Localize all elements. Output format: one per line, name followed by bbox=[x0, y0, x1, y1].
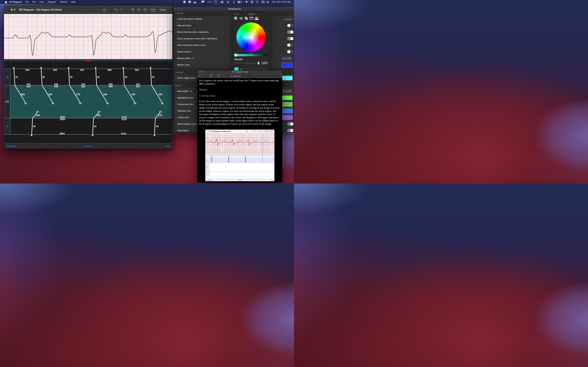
svg-text:365: 365 bbox=[158, 93, 162, 96]
svg-text:378: 378 bbox=[76, 93, 80, 96]
svg-text:AV: AV bbox=[5, 100, 9, 103]
svg-text:2084: 2084 bbox=[60, 118, 65, 121]
svg-text:358: 358 bbox=[48, 93, 52, 96]
svg-text:2116: 2116 bbox=[121, 132, 126, 135]
svg-text:969: 969 bbox=[109, 85, 112, 88]
svg-text:923: 923 bbox=[80, 69, 84, 71]
svg-text:V: V bbox=[6, 125, 8, 128]
svg-text:2116: 2116 bbox=[121, 118, 127, 121]
svg-text:26: 26 bbox=[94, 125, 96, 128]
svg-text:368: 368 bbox=[21, 93, 25, 96]
svg-text:969: 969 bbox=[107, 69, 111, 71]
svg-text:366: 366 bbox=[103, 93, 107, 96]
svg-text:948: 948 bbox=[53, 69, 57, 71]
svg-text:921: 921 bbox=[136, 85, 140, 88]
svg-text:A: A bbox=[6, 75, 8, 79]
svg-text:923: 923 bbox=[81, 85, 85, 88]
svg-text:26: 26 bbox=[33, 125, 36, 128]
svg-text:26: 26 bbox=[156, 125, 158, 128]
svg-text:934: 934 bbox=[26, 69, 29, 71]
svg-text:33: 33 bbox=[152, 76, 154, 78]
svg-text:175: 175 bbox=[158, 114, 162, 117]
svg-text:33: 33 bbox=[70, 76, 72, 78]
svg-text:33: 33 bbox=[42, 76, 45, 78]
svg-text:184: 184 bbox=[36, 114, 40, 117]
svg-text:33: 33 bbox=[15, 76, 18, 78]
svg-text:200: 200 bbox=[97, 114, 101, 117]
svg-text:33: 33 bbox=[124, 76, 127, 78]
svg-text:934: 934 bbox=[26, 85, 31, 88]
svg-text:362: 362 bbox=[131, 93, 135, 96]
svg-text:33: 33 bbox=[97, 76, 99, 78]
svg-text:1: 1 bbox=[264, 131, 264, 132]
svg-text:1: 1 bbox=[144, 9, 145, 10]
svg-text:921: 921 bbox=[135, 69, 139, 71]
svg-text:2084: 2084 bbox=[59, 132, 65, 135]
svg-text:948: 948 bbox=[54, 85, 58, 88]
